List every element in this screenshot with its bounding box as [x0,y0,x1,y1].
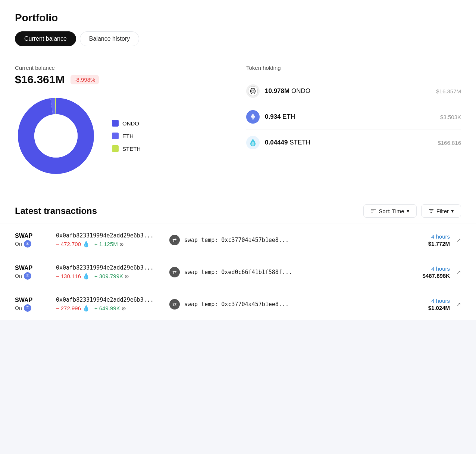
svg-point-5 [252,90,254,92]
tx-hash-col-2: 0x0afb823319994e2add29e6b3... − 130.116 … [56,264,168,280]
swap-icon-2: ⇄ [169,267,180,277]
tx-amounts-3: − 272.996 💧 + 649.99K ⊛ [56,305,168,312]
sort-label: Sort: Time [379,208,404,214]
tx-type-1: SWAP [15,233,56,239]
legend-steth: STETH [112,145,141,152]
external-link-2[interactable]: ↗ [457,269,461,275]
filter-chevron: ▾ [451,208,454,214]
tx-value-2: $487.898K [401,273,450,279]
tx-dest-1: swap temp: 0xc37704a457b1ee8... [184,237,289,243]
tx-amounts-2: − 130.116 💧 + 309.799K ⊛ [56,273,168,280]
tx-external-col-1: ↗ [450,237,461,243]
table-row: SWAP On Ξ 0x0afb823319994e2add29e6b3... … [15,256,461,288]
legend-dot-eth [112,133,119,139]
tab-balance-history[interactable]: Balance history [80,31,139,46]
legend-ondo: ONDO [112,120,141,127]
balance-change: -8.998% [71,75,99,84]
tx-time-1: 4 hours [401,233,450,240]
token-usd-steth: $166.816 [438,140,461,146]
token-holding-title: Token holding [246,65,461,71]
tx-value-3: $1.024M [401,305,450,311]
swap-icon-3: ⇄ [169,299,180,310]
tx-minus-1: − 472.700 💧 [56,240,90,248]
transactions-title: Latest transactions [15,206,97,216]
header-actions: Sort: Time ▾ Filter ▾ [363,204,461,218]
transactions-header: Latest transactions Sort: Time ▾ [15,204,461,218]
tx-swap-icon-col-3: ⇄ [168,299,181,310]
legend-label-ondo: ONDO [122,120,139,127]
token-icon-steth [246,136,260,149]
tab-bar: Current balance Balance history [15,31,461,46]
legend-dot-steth [112,145,119,152]
tx-plus-1: + 1.125M ⊛ [94,241,124,247]
tx-type-2: SWAP [15,265,56,271]
tx-time-2: 4 hours [401,265,450,272]
balance-left: Current balance $16.361M -8.998% [15,54,231,192]
filter-label: Filter [436,208,449,214]
tx-external-col-2: ↗ [450,269,461,276]
swap-icon-1: ⇄ [169,235,180,245]
tx-plus-2: + 309.799K ⊛ [94,273,129,279]
tx-hash-1: 0x0afb823319994e2add29e6b3... [56,232,168,239]
tx-time-col-1: 4 hours $1.772M [401,233,450,247]
tx-type-col-3: SWAP On Ξ [15,297,56,312]
legend-dot-ondo [112,120,119,127]
eth-badge-1: Ξ [24,240,31,248]
tx-minus-2: − 130.116 💧 [56,273,90,280]
tx-hash-col-3: 0x0afb823319994e2add29e6b3... − 272.996 … [56,296,168,312]
tx-minus-3: − 272.996 💧 [56,305,90,312]
tx-type-col-2: SWAP On Ξ [15,265,56,280]
sort-button[interactable]: Sort: Time ▾ [363,204,416,218]
external-link-3[interactable]: ↗ [457,301,461,307]
filter-icon [428,208,434,214]
legend-label-steth: STETH [122,146,141,152]
tx-hash-2: 0x0afb823319994e2add29e6b3... [56,264,168,271]
token-row-eth: 0.934 ETH $3.503K [246,104,461,130]
tx-type-3: SWAP [15,297,56,304]
tx-value-1: $1.772M [401,240,450,247]
tx-plus-3: + 649.99K ⊛ [94,305,126,311]
tx-swap-icon-col-1: ⇄ [168,235,181,245]
tx-dest-2: swap temp: 0xed0c66f41b1f588f... [184,269,292,276]
sort-icon [370,208,376,214]
token-row-ondo: 10.978M ONDO $16.357M [246,78,461,104]
token-usd-eth: $3.503K [440,114,461,120]
tx-type-col-1: SWAP On Ξ [15,233,56,248]
tx-on-2: On Ξ [15,272,56,280]
token-amount-ondo: 10.978M ONDO [265,87,431,95]
tx-on-3: On Ξ [15,304,56,312]
tx-time-col-3: 4 hours $1.024M [401,298,450,311]
svg-point-3 [34,114,78,158]
token-icon-eth [246,110,260,124]
tx-external-col-3: ↗ [450,301,461,308]
tab-current-balance[interactable]: Current balance [15,31,76,46]
token-row-steth: 0.04449 STETH $166.816 [246,130,461,155]
tx-swap-icon-col-2: ⇄ [168,267,181,277]
tx-on-1: On Ξ [15,240,56,248]
balance-section: Current balance $16.361M -8.998% [0,54,476,192]
transactions-section: Latest transactions Sort: Time ▾ [0,192,476,320]
tx-dest-col-1: swap temp: 0xc37704a457b1ee8... [181,237,401,243]
token-icon-ondo [246,84,260,98]
tx-time-col-2: 4 hours $487.898K [401,265,450,279]
tx-amounts-1: − 472.700 💧 + 1.125M ⊛ [56,240,168,248]
legend-label-eth: ETH [122,133,134,139]
token-amount-eth: 0.934 ETH [265,113,435,121]
tx-hash-col-1: 0x0afb823319994e2add29e6b3... − 472.700 … [56,232,168,248]
token-amount-steth: 0.04449 STETH [265,139,432,146]
chart-legend: ONDO ETH STETH [112,120,141,152]
page-title: Portfolio [15,12,461,24]
token-usd-ondo: $16.357M [436,88,461,94]
balance-label: Current balance [15,65,216,71]
legend-eth: ETH [112,133,141,139]
token-holding: Token holding 10.978M ONDO $16.357M [231,54,461,192]
filter-button[interactable]: Filter ▾ [421,204,461,218]
table-row: SWAP On Ξ 0x0afb823319994e2add29e6b3... … [15,224,461,256]
donut-chart [15,95,97,177]
eth-badge-2: Ξ [24,272,31,280]
tx-dest-col-2: swap temp: 0xed0c66f41b1f588f... [181,269,401,276]
tx-dest-col-3: swap temp: 0xc37704a457b1ee8... [181,301,401,308]
sort-chevron: ▾ [407,208,410,214]
external-link-1[interactable]: ↗ [457,237,461,243]
balance-row: $16.361M -8.998% [15,73,216,86]
